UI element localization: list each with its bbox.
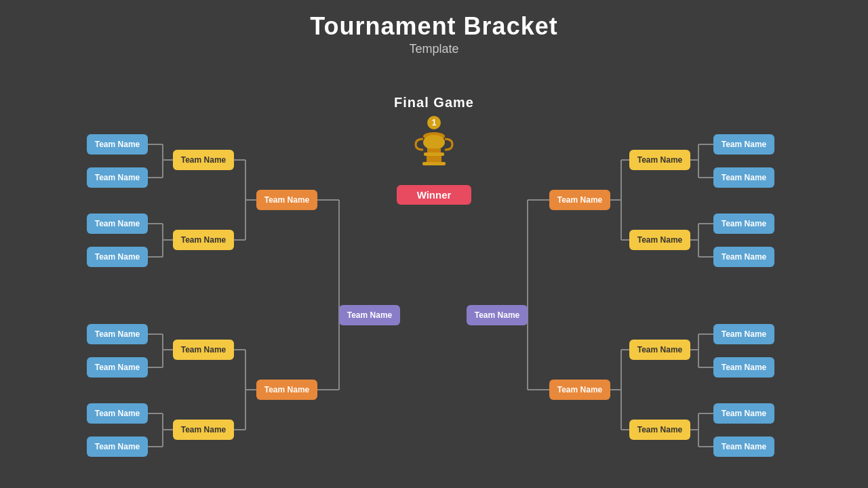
team-box-r1t4[interactable]: Team Name bbox=[713, 247, 774, 267]
team-box-l2b2[interactable]: Team Name bbox=[173, 420, 234, 440]
main-title: Tournament Bracket bbox=[0, 12, 868, 41]
team-box-r1t2[interactable]: Team Name bbox=[713, 167, 774, 188]
team-box-r2b2[interactable]: Team Name bbox=[629, 420, 690, 440]
team-box-l3b1[interactable]: Team Name bbox=[256, 380, 317, 400]
team-box-r1b2[interactable]: Team Name bbox=[713, 357, 774, 378]
team-box-l1t4[interactable]: Team Name bbox=[87, 247, 148, 267]
final-game-label: Final Game bbox=[366, 95, 502, 110]
team-box-l2b1[interactable]: Team Name bbox=[173, 340, 234, 360]
team-box-l1b1[interactable]: Team Name bbox=[87, 324, 148, 344]
team-box-rf[interactable]: Team Name bbox=[467, 305, 528, 325]
winner-box: Winner bbox=[397, 185, 471, 205]
team-box-lf[interactable]: Team Name bbox=[339, 305, 400, 325]
team-box-l1t2[interactable]: Team Name bbox=[87, 167, 148, 188]
bracket-container: Team NameTeam NameTeam NameTeam NameTeam… bbox=[0, 61, 868, 488]
team-box-r1b1[interactable]: Team Name bbox=[713, 324, 774, 344]
team-box-r2t2[interactable]: Team Name bbox=[629, 230, 690, 250]
trophy-icon: 1 bbox=[410, 116, 458, 177]
team-box-r2b1[interactable]: Team Name bbox=[629, 340, 690, 360]
team-box-l2t1[interactable]: Team Name bbox=[173, 150, 234, 170]
title-section: Tournament Bracket Template bbox=[0, 0, 868, 56]
team-box-l3t1[interactable]: Team Name bbox=[256, 190, 317, 210]
team-box-r1b3[interactable]: Team Name bbox=[713, 403, 774, 424]
svg-rect-71 bbox=[423, 135, 445, 150]
team-box-l1b2[interactable]: Team Name bbox=[87, 357, 148, 378]
team-box-r3t1[interactable]: Team Name bbox=[549, 190, 610, 210]
center-section: Final Game 1 Winner bbox=[366, 95, 502, 185]
team-box-l1t3[interactable]: Team Name bbox=[87, 214, 148, 234]
svg-rect-75 bbox=[422, 162, 446, 165]
team-box-r1t1[interactable]: Team Name bbox=[713, 134, 774, 155]
svg-rect-73 bbox=[424, 152, 444, 156]
sub-title: Template bbox=[0, 42, 868, 56]
team-box-r1t3[interactable]: Team Name bbox=[713, 214, 774, 234]
team-box-l1t1[interactable]: Team Name bbox=[87, 134, 148, 155]
team-box-l1b3[interactable]: Team Name bbox=[87, 403, 148, 424]
team-box-r3b1[interactable]: Team Name bbox=[549, 380, 610, 400]
team-box-l2t2[interactable]: Team Name bbox=[173, 230, 234, 250]
team-box-l1b4[interactable]: Team Name bbox=[87, 436, 148, 457]
team-box-r1b4[interactable]: Team Name bbox=[713, 436, 774, 457]
svg-rect-74 bbox=[427, 156, 441, 163]
team-box-r2t1[interactable]: Team Name bbox=[629, 150, 690, 170]
svg-text:1: 1 bbox=[432, 118, 437, 127]
